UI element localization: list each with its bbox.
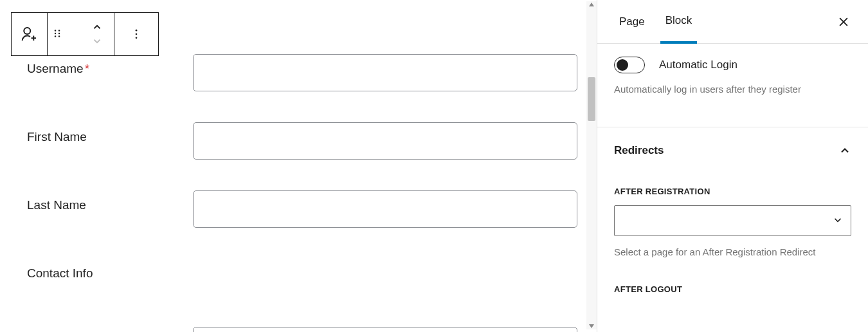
field-row-email: E-mail*	[27, 327, 579, 332]
field-row-username: Username*	[27, 54, 579, 91]
svg-point-10	[136, 33, 138, 35]
automatic-login-toggle[interactable]	[614, 57, 645, 73]
svg-point-5	[55, 32, 56, 33]
redirects-title: Redirects	[614, 144, 664, 157]
tab-block[interactable]: Block	[660, 0, 698, 44]
move-up-button[interactable]	[91, 20, 103, 34]
automatic-login-row: Automatic Login	[614, 57, 851, 73]
after-registration-select[interactable]	[614, 205, 851, 236]
automatic-login-help: Automatically log in users after they re…	[614, 82, 851, 96]
drag-handle-icon	[51, 28, 63, 39]
after-logout-block: AFTER LOGOUT	[614, 284, 851, 294]
vertical-scrollbar[interactable]	[586, 1, 597, 329]
required-asterisk: *	[85, 62, 89, 75]
svg-point-11	[136, 37, 138, 39]
user-plus-icon	[20, 24, 39, 44]
block-type-button[interactable]	[14, 13, 45, 55]
svg-point-3	[55, 30, 56, 31]
field-row-last-name: Last Name	[27, 190, 579, 228]
toggle-knob	[617, 59, 628, 71]
scroll-down-arrow[interactable]	[588, 323, 595, 329]
svg-point-0	[24, 28, 30, 34]
svg-point-9	[136, 30, 138, 32]
editor-canvas: Username* First Name Last Name Contact I…	[0, 0, 586, 332]
username-input[interactable]	[193, 54, 577, 91]
svg-point-6	[59, 32, 60, 33]
more-options-button[interactable]	[121, 13, 152, 55]
field-label: Username*	[27, 54, 193, 76]
after-registration-block: AFTER REGISTRATION Select a page for an …	[614, 187, 851, 257]
field-label: First Name	[27, 122, 193, 144]
after-registration-help: Select a page for an After Registration …	[614, 246, 851, 257]
close-icon	[837, 15, 850, 28]
svg-marker-13	[589, 324, 594, 328]
email-input[interactable]	[193, 327, 577, 332]
block-toolbar	[11, 12, 159, 56]
more-vertical-icon	[130, 28, 143, 41]
scrollbar-thumb[interactable]	[588, 77, 595, 121]
close-sidebar-button[interactable]	[836, 14, 851, 30]
after-registration-label: AFTER REGISTRATION	[614, 187, 851, 196]
sidebar-panel-body: Automatic Login Automatically log in use…	[597, 44, 868, 294]
after-logout-label: AFTER LOGOUT	[614, 284, 851, 294]
chevron-up-icon	[838, 144, 851, 157]
sidebar-tabs: Page Block	[597, 0, 868, 44]
field-label: E-mail*	[27, 327, 193, 332]
svg-marker-12	[589, 3, 594, 6]
field-row-first-name: First Name	[27, 122, 579, 160]
tab-page[interactable]: Page	[614, 0, 650, 44]
first-name-input[interactable]	[193, 122, 577, 160]
form-fields: Username* First Name Last Name Contact I…	[27, 54, 579, 332]
field-label: Last Name	[27, 190, 193, 212]
move-down-button[interactable]	[91, 34, 103, 48]
svg-point-4	[59, 30, 60, 31]
chevron-up-icon	[91, 23, 103, 31]
svg-point-8	[59, 35, 60, 37]
scroll-up-arrow[interactable]	[588, 1, 595, 8]
chevron-down-icon	[91, 37, 103, 45]
automatic-login-label: Automatic Login	[659, 59, 737, 71]
last-name-input[interactable]	[193, 190, 577, 228]
svg-point-7	[55, 35, 56, 37]
redirects-section-toggle[interactable]: Redirects	[614, 127, 851, 163]
section-heading-contact-info: Contact Info	[27, 259, 579, 281]
drag-handle[interactable]	[51, 28, 77, 41]
inspector-sidebar: Page Block Automatic Login Automatically…	[597, 0, 868, 332]
